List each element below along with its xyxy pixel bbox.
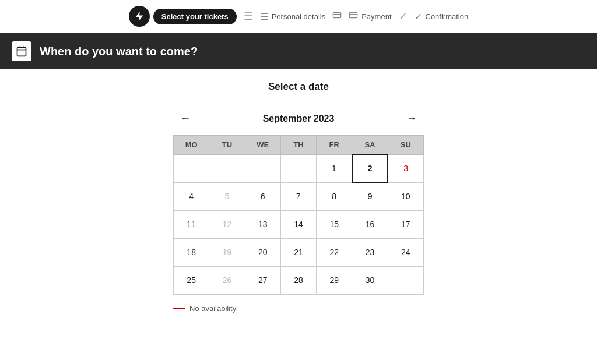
calendar-day[interactable]: 11	[174, 210, 209, 238]
calendar-week-row: 11121314151617	[174, 210, 424, 238]
calendar: ← September 2023 → MO TU WE TH FR SA SU …	[173, 110, 424, 313]
calendar-day[interactable]: 9	[352, 182, 388, 210]
no-availability-legend: No availability	[173, 304, 424, 313]
step-2-personal[interactable]: ☰ Personal details	[260, 11, 326, 22]
calendar-day[interactable]: 30	[352, 266, 388, 294]
calendar-day[interactable]: 16	[352, 210, 388, 238]
calendar-day	[209, 154, 245, 182]
step-2-label: Personal details	[272, 12, 326, 21]
calendar-icon	[12, 41, 31, 61]
svg-rect-3	[350, 12, 357, 17]
weekday-sa: SA	[352, 136, 388, 155]
calendar-day[interactable]: 4	[174, 182, 209, 210]
weekday-we: WE	[245, 136, 280, 155]
no-avail-icon	[173, 308, 185, 309]
step-2-icon: ☰	[260, 11, 268, 22]
step-1-icon	[129, 6, 150, 27]
calendar-day	[245, 154, 280, 182]
top-navigation: Select your tickets ☰ ☰ Personal details…	[0, 0, 597, 33]
svg-marker-0	[135, 12, 143, 21]
separator-1: ☰	[244, 10, 253, 23]
svg-rect-5	[17, 47, 26, 56]
step-3-payment[interactable]: Payment	[349, 10, 391, 22]
calendar-day[interactable]: 29	[317, 266, 352, 294]
calendar-day: 5	[209, 182, 245, 210]
calendar-day[interactable]: 13	[245, 210, 280, 238]
step-1-label: Select your tickets	[153, 9, 237, 24]
calendar-day[interactable]: 23	[352, 238, 388, 266]
calendar-day	[280, 154, 316, 182]
step-4-icon: ✓	[415, 11, 422, 22]
step-4-label: Confirmation	[426, 12, 469, 21]
step-3-icon	[349, 10, 358, 22]
calendar-day	[174, 154, 209, 182]
calendar-header: ← September 2023 →	[173, 110, 424, 127]
calendar-day[interactable]: 21	[280, 238, 316, 266]
step-1-select-tickets[interactable]: Select your tickets	[129, 6, 237, 27]
calendar-day[interactable]: 18	[174, 238, 209, 266]
calendar-day[interactable]: 25	[174, 266, 209, 294]
calendar-day[interactable]: 20	[245, 238, 280, 266]
section-title: When do you want to come?	[40, 45, 198, 58]
main-content: Select a date ← September 2023 → MO TU W…	[0, 69, 597, 324]
month-year-label: September 2023	[263, 114, 335, 124]
section-header: When do you want to come?	[0, 33, 597, 69]
calendar-day[interactable]: 7	[280, 182, 316, 210]
calendar-day[interactable]: 14	[280, 210, 316, 238]
calendar-day[interactable]: 17	[388, 210, 423, 238]
select-date-label: Select a date	[268, 81, 329, 93]
calendar-day[interactable]: 27	[245, 266, 280, 294]
weekday-th: TH	[280, 136, 316, 155]
calendar-day[interactable]: 22	[317, 238, 352, 266]
prev-month-button[interactable]: ←	[175, 110, 195, 127]
calendar-day[interactable]: 10	[388, 182, 423, 210]
calendar-day[interactable]: 6	[245, 182, 280, 210]
calendar-week-row: 45678910	[174, 182, 424, 210]
calendar-week-row: 252627282930	[174, 266, 424, 294]
step-3-label: Payment	[361, 12, 391, 21]
svg-rect-1	[333, 12, 341, 17]
weekday-fr: FR	[317, 136, 352, 155]
calendar-day[interactable]: 1	[317, 154, 352, 182]
calendar-day[interactable]: 2	[352, 154, 388, 182]
next-month-button[interactable]: →	[402, 110, 422, 127]
calendar-grid: MO TU WE TH FR SA SU 1234567891011121314…	[173, 135, 424, 295]
separator-2	[332, 10, 342, 23]
weekday-su: SU	[388, 136, 423, 155]
separator-3: ✓	[399, 10, 408, 23]
weekday-header-row: MO TU WE TH FR SA SU	[174, 136, 424, 155]
weekday-tu: TU	[209, 136, 245, 155]
calendar-day[interactable]: 15	[317, 210, 352, 238]
calendar-day[interactable]: 8	[317, 182, 352, 210]
calendar-day: 26	[209, 266, 245, 294]
calendar-day: 12	[209, 210, 245, 238]
calendar-week-row: 18192021222324	[174, 238, 424, 266]
step-4-confirmation[interactable]: ✓ Confirmation	[415, 11, 469, 22]
no-avail-label: No availability	[189, 304, 236, 313]
weekday-mo: MO	[174, 136, 209, 155]
calendar-day[interactable]: 24	[388, 238, 423, 266]
calendar-day: 3	[388, 154, 423, 182]
calendar-day[interactable]: 28	[280, 266, 316, 294]
calendar-day: 19	[209, 238, 245, 266]
calendar-week-row: 123	[174, 154, 424, 182]
calendar-day	[388, 266, 423, 294]
